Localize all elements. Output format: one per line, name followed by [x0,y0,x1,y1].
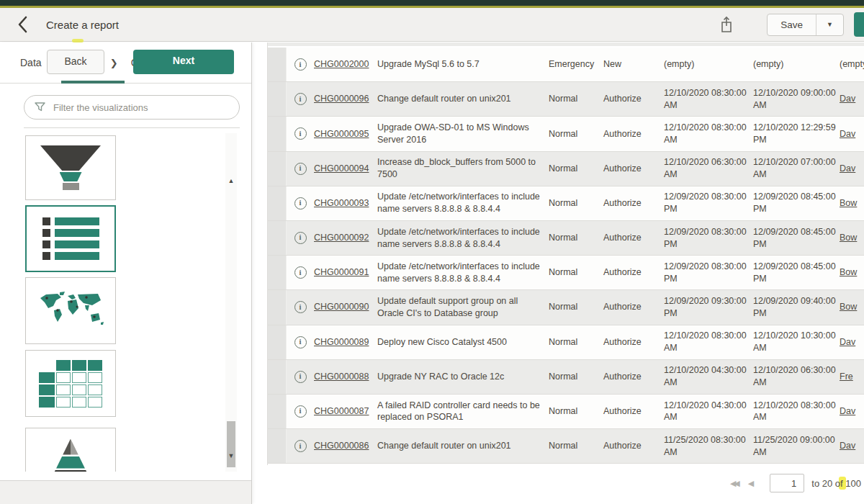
row-gutter [268,325,287,359]
record-number-link[interactable]: CHG0002000 [314,59,369,69]
start-date-cell: 12/09/2020 08:30:00 PM [664,226,753,251]
table-row: CHG0000096 Change default router on unix… [268,82,864,117]
assigned-to-cell[interactable]: Bow [840,232,864,244]
assigned-to-cell[interactable]: (empty) [840,58,864,71]
assigned-to-cell[interactable]: Dav [840,128,864,140]
assigned-to-cell[interactable]: Dav [840,405,864,418]
end-date-cell: 12/10/2020 09:00:00 AM [753,87,840,112]
row-gutter [268,221,287,255]
assigned-to-cell[interactable]: Dav [840,336,864,348]
pagination-range: to 20 of 100 [811,478,861,489]
record-number-link[interactable]: CHG0000087 [314,406,369,416]
start-date-cell: (empty) [664,58,753,71]
assigned-to-cell[interactable]: Dav [840,440,864,452]
info-icon[interactable] [294,93,307,105]
end-date-cell: 12/10/2020 08:30:00 AM [753,400,840,424]
run-button-partial[interactable] [854,12,864,37]
info-icon[interactable] [294,440,307,452]
assigned-to-cell[interactable]: Bow [840,266,864,279]
viz-card-pyramid[interactable] [25,428,116,472]
scroll-down-icon[interactable] [225,450,237,462]
info-icon[interactable] [294,405,307,418]
info-icon[interactable] [294,232,307,244]
short-description-cell: Deploy new Cisco Catalyst 4500 [377,336,549,348]
visualization-filter-input[interactable] [24,95,240,120]
save-button[interactable]: Save [768,14,816,35]
assigned-to-cell[interactable]: Bow [840,301,864,313]
info-icon[interactable] [294,197,307,210]
start-date-cell: 12/10/2020 04:30:00 AM [664,400,753,424]
start-date-cell: 12/10/2020 04:30:00 AM [664,364,753,389]
record-number-link[interactable]: CHG0000095 [314,129,369,139]
info-icon[interactable] [294,163,307,175]
priority-cell: Normal [549,93,603,105]
page-number-input[interactable] [770,474,804,492]
viz-list-scrollbar[interactable] [225,133,237,472]
priority-cell: Normal [549,232,603,244]
step-data[interactable]: Data [20,57,42,68]
record-number-link[interactable]: CHG0000086 [314,441,369,451]
back-arrow-button[interactable] [13,15,32,34]
assigned-to-cell[interactable]: Bow [840,197,864,210]
scroll-up-icon[interactable] [225,175,237,186]
viz-card-heatmap[interactable] [25,350,116,417]
state-cell: Authorize [603,163,664,175]
end-date-cell: 12/10/2020 12:29:59 PM [753,122,840,146]
assigned-to-cell[interactable]: Dav [840,163,864,175]
start-date-cell: 11/25/2020 08:30:00 AM [664,434,753,459]
state-cell: Authorize [603,440,664,452]
start-date-cell: 12/09/2020 09:30:00 PM [664,295,753,320]
record-number-link[interactable]: CHG0000088 [314,372,369,382]
state-cell: Authorize [603,197,664,210]
first-page-icon[interactable] [730,479,738,488]
short-description-cell: Upgrade NY RAC to Oracle 12c [377,371,549,383]
priority-cell: Normal [549,128,603,140]
info-icon[interactable] [294,127,307,140]
share-icon[interactable] [718,15,735,34]
viz-card-funnel[interactable] [25,135,116,200]
world-map-icon [36,291,105,331]
previous-page-icon[interactable] [748,479,754,488]
viz-card-list[interactable] [25,205,116,272]
state-cell: Authorize [603,405,664,418]
record-number-link[interactable]: CHG0000090 [314,302,369,312]
state-cell: Authorize [603,371,664,383]
row-gutter [268,256,287,289]
row-gutter [268,186,287,220]
state-cell: Authorize [603,128,664,140]
assigned-to-cell[interactable]: Dav [840,93,864,105]
info-icon[interactable] [294,266,307,279]
info-icon[interactable] [294,371,307,383]
record-number-link[interactable]: CHG0000091 [314,267,369,277]
viz-card-map[interactable] [25,277,116,344]
row-gutter [268,82,287,116]
priority-cell: Normal [549,301,603,313]
info-icon[interactable] [294,336,307,348]
list-chart-icon [42,214,99,264]
active-step-underline [61,81,125,84]
short-description-cell: Increase db_block_buffers from 5000 to 7… [377,156,549,181]
record-number-link[interactable]: CHG0000089 [314,337,369,347]
record-number-link[interactable]: CHG0000096 [314,94,369,104]
end-date-cell: 12/09/2020 09:40:00 PM [753,295,840,320]
record-number-link[interactable]: CHG0000093 [314,198,369,208]
table-row: CHG0000086 Change default router on unix… [268,429,864,464]
save-menu-caret-icon[interactable] [816,14,843,35]
back-button[interactable]: Back [47,50,104,74]
next-button[interactable]: Next [133,50,234,74]
record-number-link[interactable]: CHG0000094 [314,163,369,174]
table-row: CHG0000094 Increase db_block_buffers fro… [268,152,864,186]
state-cell: Authorize [603,301,664,313]
row-gutter [268,152,287,186]
record-number-link[interactable]: CHG0000092 [314,233,369,243]
table-row: CHG0000088 Upgrade NY RAC to Oracle 12c … [268,360,864,395]
table-row: CHG0002000 Upgrade MySql 5.6 to 5.7 Emer… [268,48,864,82]
top-brand-bar [0,0,864,6]
short-description-cell: Update /etc/network/interfaces to includ… [377,226,549,251]
assigned-to-cell[interactable]: Fre [840,371,864,383]
table-row: CHG0000089 Deploy new Cisco Catalyst 450… [268,325,864,360]
info-icon[interactable] [294,301,307,313]
info-icon[interactable] [294,58,307,71]
short-description-cell: Change default router on unix201 [377,440,549,452]
page-header: Create a report Save [0,8,864,42]
